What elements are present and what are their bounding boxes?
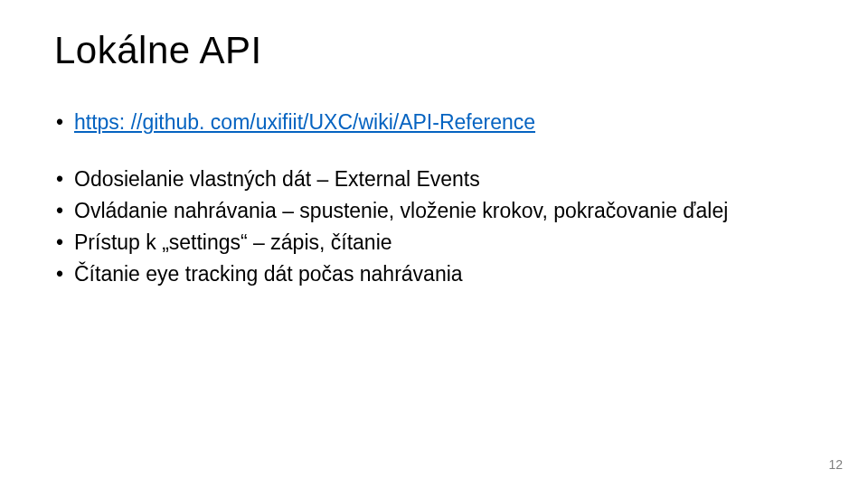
spacer bbox=[54, 140, 814, 165]
link-list: https: //github. com/uxifiit/UXC/wiki/AP… bbox=[54, 108, 814, 136]
content-list: Odosielanie vlastných dát – External Eve… bbox=[54, 165, 814, 288]
list-item: Odosielanie vlastných dát – External Eve… bbox=[54, 165, 814, 193]
page-title: Lokálne API bbox=[54, 29, 814, 72]
list-item: Ovládanie nahrávania – spustenie, vložen… bbox=[54, 197, 814, 225]
api-reference-link[interactable]: https: //github. com/uxifiit/UXC/wiki/AP… bbox=[74, 110, 535, 134]
slide: Lokálne API https: //github. com/uxifiit… bbox=[0, 0, 868, 488]
list-item: Čítanie eye tracking dát počas nahrávani… bbox=[54, 260, 814, 288]
list-item: Prístup k „settings“ – zápis, čítanie bbox=[54, 229, 814, 257]
list-item: https: //github. com/uxifiit/UXC/wiki/AP… bbox=[54, 108, 814, 136]
page-number: 12 bbox=[828, 457, 843, 472]
